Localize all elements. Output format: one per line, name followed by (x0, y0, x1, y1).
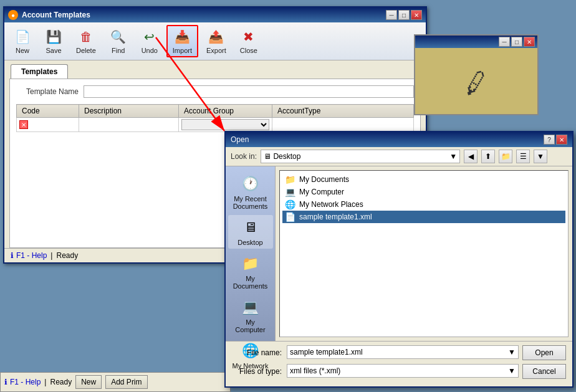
sidebar-my-computer[interactable]: 💻 My Computer (228, 295, 273, 336)
second-add-prim-button[interactable]: Add Prim (105, 375, 147, 389)
export-button[interactable]: 📤 Export (201, 26, 232, 57)
cell-account-type[interactable] (272, 118, 414, 132)
dialog-window-controls: ? ✕ (544, 135, 567, 145)
bg-minimize-btn[interactable]: ─ (499, 37, 510, 47)
find-icon: 🔍 (110, 28, 127, 45)
close-toolbar-icon: ✖ (240, 28, 257, 45)
bg-window-title-bar: ─ □ ✕ (415, 36, 537, 48)
file-name-label: File name: (232, 348, 282, 357)
close-toolbar-label: Close (240, 47, 257, 54)
file-computer-icon: 💻 (285, 187, 295, 197)
import-button[interactable]: 📥 Import (166, 25, 198, 57)
dialog-bottom: File name: sample template1.xml ▼ Open F… (226, 341, 572, 386)
close-button[interactable]: ✕ (411, 10, 422, 20)
undo-icon: ↩ (141, 28, 158, 45)
template-name-input[interactable] (84, 85, 414, 98)
desktop-icon: 🖥 (241, 218, 261, 237)
export-icon: 📤 (208, 28, 225, 45)
cell-description[interactable] (79, 118, 179, 132)
file-xml-icon: 📄 (285, 212, 295, 222)
open-dialog: Open ? ✕ Look in: 🖥 Desktop ▼ ◀ ⬆ 📁 ☰ ▼ … (224, 131, 574, 388)
export-label: Export (206, 47, 226, 54)
find-label: Find (112, 47, 125, 54)
my-documents-label: My Documents (231, 275, 271, 290)
file-network-icon: 🌐 (285, 199, 295, 209)
second-help-link[interactable]: ℹ F1 - Help (4, 378, 41, 386)
files-of-type-arrow: ▼ (508, 366, 516, 375)
delete-button[interactable]: 🗑 Delete (70, 26, 102, 57)
file-folder-icon: 📁 (285, 174, 295, 184)
open-button[interactable]: Open (522, 345, 566, 360)
maximize-button[interactable]: □ (398, 10, 410, 20)
file-my-documents[interactable]: 📁 My Documents (282, 173, 565, 186)
status-separator: | (50, 251, 52, 260)
cancel-button[interactable]: Cancel (522, 364, 566, 379)
file-name-value: sample template1.xml (290, 348, 363, 356)
desktop-label: Desktop (238, 239, 262, 246)
help-text: F1 - Help (16, 251, 47, 260)
template-name-row: Template Name (16, 85, 414, 98)
files-of-type-row: Files of type: xml files (*.xml) ▼ Cance… (232, 364, 566, 379)
main-window-controls: ─ □ ✕ (386, 10, 422, 20)
files-of-type-value: xml files (*.xml) (290, 366, 340, 375)
main-title-bar: ● Account Templates ─ □ ✕ (4, 7, 426, 22)
nav-dropdown-btn[interactable]: ▼ (534, 150, 547, 163)
files-of-type-label: Files of type: (232, 367, 282, 376)
main-window-icon: ● (8, 10, 18, 20)
second-status-text: Ready (50, 378, 72, 386)
files-of-type-combo[interactable]: xml files (*.xml) ▼ (287, 364, 519, 378)
delete-label: Delete (76, 47, 96, 54)
look-in-arrow: ▼ (449, 152, 457, 161)
help-icon: ℹ (11, 251, 14, 260)
undo-button[interactable]: ↩ Undo (135, 26, 164, 57)
tab-area: Templates (4, 60, 426, 79)
second-help-text: F1 - Help (10, 378, 41, 386)
col-description: Description (79, 105, 179, 118)
col-account-type: AccountType (272, 105, 414, 118)
nav-back-btn[interactable]: ◀ (464, 150, 478, 163)
new-label: New (16, 47, 29, 54)
bg-close-btn[interactable]: ✕ (524, 37, 535, 47)
dialog-toolbar: Look in: 🖥 Desktop ▼ ◀ ⬆ 📁 ☰ ▼ (226, 147, 572, 166)
account-group-select[interactable] (181, 119, 269, 130)
tab-templates[interactable]: Templates (11, 64, 68, 79)
help-link[interactable]: ℹ F1 - Help (11, 251, 47, 260)
file-sample-template[interactable]: 📄 sample template1.xml (282, 211, 565, 223)
sidebar-desktop[interactable]: 🖥 Desktop (228, 215, 273, 249)
file-name: My Documents (299, 175, 349, 184)
minimize-button[interactable]: ─ (386, 10, 397, 20)
status-text: Ready (56, 251, 78, 260)
file-my-computer[interactable]: 💻 My Computer (282, 186, 565, 198)
file-name: My Computer (299, 188, 344, 196)
close-toolbar-button[interactable]: ✖ Close (234, 26, 263, 57)
sidebar-my-documents[interactable]: 📁 My Documents (228, 251, 273, 292)
file-my-network-places[interactable]: 🌐 My Network Places (282, 198, 565, 211)
file-name-input[interactable]: sample template1.xml ▼ (287, 345, 519, 359)
recent-docs-icon: 🕐 (241, 174, 261, 194)
row-close-icon[interactable]: ✕ (19, 120, 28, 129)
cell-code: ✕ (17, 118, 79, 132)
new-button[interactable]: 📄 New (8, 26, 37, 57)
dialog-help-btn[interactable]: ? (544, 135, 555, 145)
dialog-body: 🕐 My RecentDocuments 🖥 Desktop 📁 My Docu… (226, 166, 572, 341)
second-new-button[interactable]: New (75, 375, 102, 389)
file-list-area[interactable]: 📁 My Documents 💻 My Computer 🌐 My Networ… (279, 170, 569, 337)
find-button[interactable]: 🔍 Find (104, 26, 133, 57)
look-in-combo[interactable]: 🖥 Desktop ▼ (261, 150, 460, 163)
nav-new-folder-btn[interactable]: 📁 (499, 150, 512, 163)
dialog-close-btn[interactable]: ✕ (556, 135, 567, 145)
nav-view-btn[interactable]: ☰ (516, 150, 530, 163)
my-computer-icon: 💻 (241, 297, 261, 317)
save-button[interactable]: 💾 Save (39, 26, 68, 57)
nav-up-btn[interactable]: ⬆ (481, 150, 495, 163)
pen-image: 🖊 (461, 65, 492, 99)
second-status-separator: | (44, 378, 46, 386)
template-name-label: Template Name (16, 87, 79, 96)
bg-maximize-btn[interactable]: □ (511, 37, 522, 47)
undo-label: Undo (142, 47, 158, 54)
second-help-icon: ℹ (4, 378, 7, 386)
dialog-title-text: Open (231, 135, 249, 144)
templates-table: Code Description Account Group AccountTy… (16, 104, 414, 132)
save-icon: 💾 (45, 28, 62, 45)
sidebar-recent-docs[interactable]: 🕐 My RecentDocuments (228, 171, 273, 213)
